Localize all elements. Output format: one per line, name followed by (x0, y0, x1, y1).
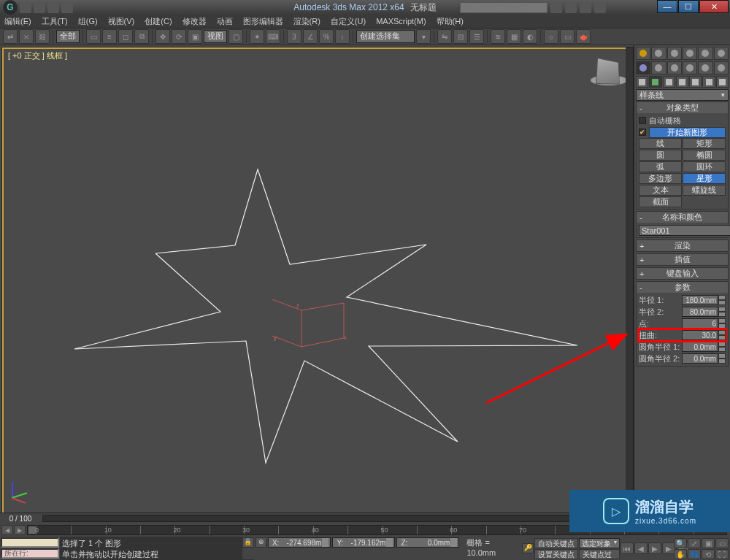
radius1-dn[interactable] (718, 300, 726, 305)
material-editor-btn[interactable]: ◐ (523, 29, 537, 44)
points-input[interactable] (682, 318, 718, 329)
link-btn[interactable]: ⇄ (3, 29, 18, 44)
kb-rollout[interactable]: 键盘输入 (637, 268, 728, 279)
btn-ngon[interactable]: 多边形 (639, 173, 682, 184)
ref-coord-dropdown[interactable]: 视图 (204, 30, 227, 43)
pan-btn[interactable]: ✋ (674, 549, 687, 559)
menu-create[interactable]: 创建(C) (145, 16, 172, 27)
bind-btn[interactable]: ⛓ (35, 29, 50, 44)
menu-custom[interactable]: 自定义(U) (331, 16, 366, 27)
btn-circle[interactable]: 圆 (639, 150, 682, 161)
unlink-btn[interactable]: ⤫ (19, 29, 34, 44)
curve-editor-btn[interactable]: ≋ (491, 29, 505, 44)
pivot-btn[interactable]: ▢ (228, 29, 243, 44)
auto-key-button[interactable]: 自动关键点 (534, 538, 578, 548)
walk-btn[interactable]: 👣 (688, 549, 701, 559)
menu-views[interactable]: 视图(V) (108, 16, 135, 27)
safe-btn[interactable] (714, 47, 729, 60)
space-cat[interactable] (702, 76, 715, 88)
render-setup-btn[interactable]: ☼ (544, 29, 558, 44)
zoom-ext-btn[interactable]: ▣ (702, 538, 715, 548)
btn-line[interactable]: 线 (639, 138, 682, 149)
select-name-btn[interactable]: ≡ (102, 29, 117, 44)
points-up[interactable] (718, 318, 726, 323)
qat-save[interactable] (34, 1, 45, 13)
select-region-btn[interactable]: ◻ (118, 29, 133, 44)
fov-btn[interactable]: ▭ (715, 538, 729, 548)
key-target-dropdown[interactable]: 选定对象 (579, 538, 620, 548)
btn-donut[interactable]: 圆环 (683, 161, 726, 172)
goto-start[interactable]: ⏮ (620, 542, 634, 554)
minilistener-in[interactable] (1, 548, 59, 559)
distort-up[interactable] (718, 330, 726, 335)
selection-filter[interactable]: 全部 (56, 30, 80, 43)
maximize-button[interactable]: ☐ (678, 0, 699, 13)
distort-input[interactable] (682, 330, 718, 340)
fillet1-dn[interactable] (718, 347, 726, 352)
fillet2-input[interactable] (682, 353, 718, 364)
qat-open[interactable] (20, 1, 31, 13)
coord-x[interactable]: -274.698m (279, 539, 321, 547)
track-right[interactable]: ▶ (14, 525, 26, 535)
radius2-dn[interactable] (718, 312, 726, 317)
newshape-checkbox[interactable]: ✔ (639, 129, 646, 136)
points-dn[interactable] (718, 323, 726, 329)
help-search-input[interactable] (460, 2, 548, 13)
zoom-all-btn[interactable]: ⤢ (688, 538, 701, 548)
systems-cat[interactable] (716, 76, 729, 88)
menu-modifiers[interactable]: 修改器 (182, 16, 207, 27)
viewport[interactable]: [ +0 正交 ] 线框 ] z y x (1, 47, 634, 522)
render-frame-btn[interactable]: ▭ (560, 29, 575, 44)
hierarchy-tab[interactable] (667, 61, 682, 74)
xview-btn[interactable] (698, 47, 712, 60)
prev-frame[interactable]: ◀ (634, 542, 648, 554)
selection-sets-btn[interactable]: ▾ (416, 29, 431, 44)
btn-star[interactable]: 星形 (683, 173, 726, 184)
radius2-up[interactable] (718, 307, 726, 312)
app-logo[interactable]: G (3, 0, 18, 15)
close-button[interactable]: ✕ (699, 0, 729, 13)
help-btn[interactable] (594, 1, 606, 13)
snap-3d[interactable]: 3 (287, 29, 301, 44)
create-tab[interactable] (636, 61, 650, 74)
spinner-snap[interactable]: ↕ (335, 29, 350, 44)
params-rollout[interactable]: 参数 (637, 282, 728, 293)
btn-arc[interactable]: 弧 (639, 161, 682, 172)
set-key-icon[interactable]: 🔑 (522, 543, 534, 553)
radius1-input[interactable] (682, 295, 718, 305)
abs-rel-toggle[interactable]: ⊕ (256, 537, 267, 548)
fillet2-up[interactable] (718, 353, 726, 358)
kbd-toggle[interactable]: ⌨ (266, 29, 280, 44)
menu-anim[interactable]: 动画 (217, 16, 233, 27)
shapes-cat[interactable] (649, 76, 661, 88)
coord-y[interactable]: -179.162m (343, 539, 385, 547)
menu-edit[interactable]: 编辑(E) (4, 16, 31, 27)
menu-render[interactable]: 渲染(R) (293, 16, 320, 27)
window-crossing-btn[interactable]: ⧉ (134, 29, 149, 44)
move-btn[interactable]: ✥ (155, 29, 170, 44)
favorites-btn[interactable] (580, 1, 591, 13)
modify-tab[interactable] (651, 61, 666, 74)
autogrid-checkbox[interactable] (639, 117, 646, 124)
object-type-rollout[interactable]: 对象类型 (637, 102, 728, 113)
qat-undo[interactable] (47, 1, 59, 13)
start-new-shape-button[interactable]: 开始新图形 (649, 127, 726, 138)
rotate-btn[interactable]: ⟳ (172, 29, 186, 44)
menu-tools[interactable]: 工具(T) (42, 16, 68, 27)
cameras-cat[interactable] (676, 76, 688, 88)
radius2-input[interactable] (682, 307, 718, 317)
qat-redo[interactable] (61, 1, 73, 13)
snap-pct[interactable]: % (319, 29, 334, 44)
display-tab[interactable] (698, 61, 712, 74)
menu-group[interactable]: 组(G) (78, 16, 98, 27)
shade-btn[interactable] (636, 47, 650, 60)
select-object-btn[interactable]: ▭ (86, 29, 101, 44)
radius1-up[interactable] (718, 295, 726, 300)
name-color-rollout[interactable]: 名称和颜色 (637, 212, 728, 223)
fillet1-up[interactable] (718, 342, 726, 347)
light-btn[interactable] (651, 47, 666, 60)
helpers-cat[interactable] (689, 76, 702, 88)
orbit-btn[interactable]: ⟲ (702, 549, 715, 559)
render-rollout[interactable]: 渲染 (637, 240, 728, 251)
minimize-button[interactable]: — (657, 0, 677, 13)
